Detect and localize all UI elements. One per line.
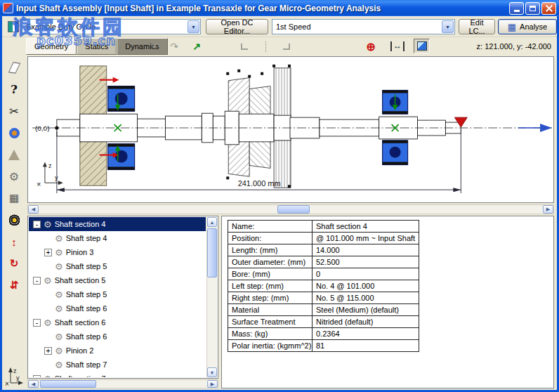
scroll-left-arrow[interactable]: ◀ [28,380,39,388]
scissors-icon: ✂ [9,105,18,118]
undo-icon[interactable]: ↶ [148,39,164,53]
restore-button[interactable] [525,2,540,15]
scroll-left-arrow[interactable]: ◀ [28,205,39,214]
scroll-track[interactable] [39,205,543,214]
tree-item[interactable]: -⚙Shaft section 5 [29,273,206,287]
property-value[interactable]: 14.000 [313,244,419,256]
grid-icon: ▦ [9,192,19,204]
titlebar[interactable]: Input Shaft Assembly [Input Shaft] in Ex… [0,0,559,16]
shaft-part-icon: ⚙ [55,261,63,272]
help-tool-button[interactable]: ? [4,79,25,99]
force-tool-button[interactable]: ↕ [4,232,25,251]
shaft-part-icon: ⚙ [55,303,63,314]
tree-expander[interactable]: + [44,249,52,256]
scroll-track[interactable] [207,227,217,367]
blade-tool-button[interactable] [4,58,25,77]
shaft-drawing[interactable]: (0,0) 241.000 mm [28,57,553,202]
property-label: Mass: (kg) [228,328,313,340]
tree-item-label: Shaft step 4 [66,234,107,242]
measure-icon[interactable]: ↗ [189,39,204,53]
spline-tool-button[interactable]: ▦ [4,188,25,208]
svg-text:y: y [55,174,58,181]
right-bearing-bottom[interactable] [383,141,408,165]
shaft-tree: -⚙Shaft section 4⚙Shaft step 4+⚙Pinion 3… [29,217,206,377]
tab-statics[interactable]: Statics [77,38,117,55]
gear-tool-button[interactable]: ⚙ [4,166,25,186]
scroll-right-arrow[interactable]: ▶ [543,205,553,214]
scroll-thumb[interactable] [207,228,217,277]
shaft-part-icon: ⚙ [44,374,52,378]
tab-geometry[interactable]: Geometry [26,38,77,55]
property-value[interactable]: No. 5 @ 115.000 [313,292,419,304]
scroll-thumb[interactable] [40,380,96,388]
corner-left-icon[interactable] [237,39,252,53]
torque-tool-button[interactable]: ↻ [4,254,25,273]
cut-tool-button[interactable]: ✂ [4,101,25,121]
tree-expander[interactable]: - [33,319,41,327]
left-bearing-bottom[interactable] [108,144,135,170]
property-value[interactable]: 0.2364 [313,328,419,340]
tree-expander[interactable]: + [44,347,52,355]
analyse-label: Analyse [520,22,547,31]
tree-item[interactable]: +⚙Pinion 2 [29,344,206,358]
left-bearing-top[interactable] [108,86,135,112]
load-case-select[interactable]: 1st Speed ▼ [272,19,455,34]
tree-item-label: Shaft section 6 [55,318,106,327]
render-view-button[interactable] [414,39,430,53]
property-row: Mass: (kg)0.2364 [228,328,419,340]
scroll-down-arrow[interactable]: ▼ [207,367,217,377]
property-value[interactable]: Shaft section 4 [313,221,419,233]
close-button[interactable] [541,2,556,15]
chevron-down-icon[interactable]: ▼ [188,20,199,33]
tree-item[interactable]: ⚙Shaft step 4 [29,231,206,245]
ring-tool-button[interactable] [4,123,25,143]
chevron-down-icon[interactable]: ▼ [442,20,454,33]
property-value[interactable]: @ 101.000 mm ~ Input Shaft [313,233,419,244]
scroll-right-arrow[interactable]: ▶ [207,380,218,388]
scroll-up-arrow[interactable]: ▲ [207,217,217,227]
crosshair-icon[interactable]: ⊕ [363,39,379,53]
property-label: Outer diameter: (mm) [228,256,313,268]
property-value[interactable]: No. 4 @ 101.000 [313,280,419,292]
load-tool-button[interactable]: ⇵ [4,275,25,295]
tree-item[interactable]: ⚙Shaft step 6 [29,329,206,344]
tree-expander[interactable]: - [33,375,41,378]
tree-item[interactable]: -⚙Shaft section 6 [29,315,206,329]
bearing-tool-button[interactable] [4,210,25,230]
fit-width-icon[interactable]: ↔ [390,39,405,53]
property-row: Polar inertia: (kgmm^2)81 [228,340,419,352]
tree-item[interactable]: ⚙Shaft step 7 [29,358,206,372]
property-row: Surface TreatmentNitrided (default) [228,316,419,328]
tree-item[interactable]: -⚙Shaft section 7 [29,372,206,377]
tree-item-label: Pinion 3 [66,248,94,256]
scroll-thumb[interactable] [277,205,310,214]
scroll-track[interactable] [39,380,207,388]
open-dc-editor-button[interactable]: Open DC Editor... [206,19,268,34]
snap-vertical-icon[interactable] [258,39,273,53]
property-value[interactable]: 0 [313,268,419,280]
corner-right-icon[interactable] [279,39,294,53]
tree-item[interactable]: +⚙Pinion 3 [29,245,206,259]
redo-icon[interactable]: ↷ [166,39,182,53]
duty-cycle-select[interactable]: Example Duty Cycle ▼ [22,19,201,34]
edit-lc-button[interactable]: Edit LC... [459,19,495,34]
tree-vscrollbar[interactable]: ▲ ▼ [206,217,217,377]
svg-text:×: × [37,180,41,188]
tree-hscrollbar[interactable]: ◀ ▶ [27,379,218,388]
tree-item[interactable]: ⚙Shaft step 6 [29,301,206,315]
property-value[interactable]: 81 [313,340,419,352]
property-value[interactable]: Nitrided (default) [313,316,419,328]
tree-item[interactable]: ⚙Shaft step 5 [29,259,206,273]
tree-expander[interactable]: - [33,221,41,228]
analyse-button[interactable]: ▦ Analyse [498,19,557,34]
property-value[interactable]: Steel (Medium) (default) [313,304,419,316]
minimize-button[interactable] [509,2,524,15]
shaft-part-icon: ⚙ [44,318,52,328]
tree-item[interactable]: -⚙Shaft section 4 [29,217,206,231]
drawing-canvas-panel[interactable]: (0,0) 241.000 mm [27,56,554,203]
property-value[interactable]: 52.500 [313,256,419,268]
tree-item[interactable]: ⚙Shaft step 5 [29,287,206,301]
tree-expander[interactable]: - [33,277,41,285]
drawing-hscrollbar[interactable]: ◀ ▶ [27,204,554,214]
cone-tool-button[interactable] [4,145,25,164]
